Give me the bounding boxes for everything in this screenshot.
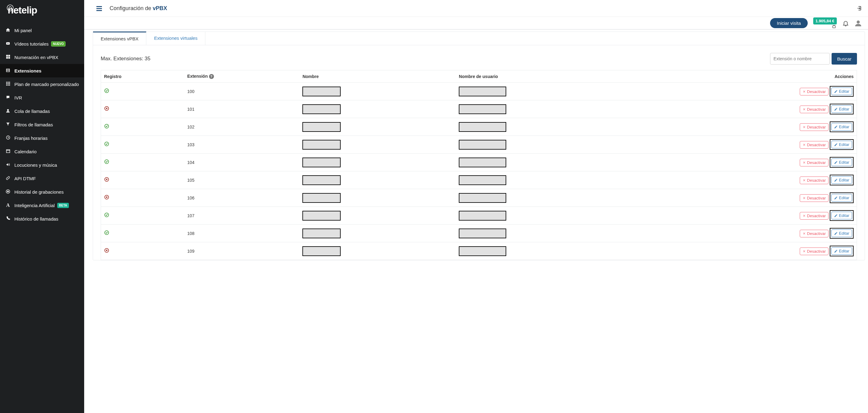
content: Extensiones vPBXExtensiones virtuales Ma… (84, 30, 868, 413)
redacted-username (459, 158, 506, 167)
sidebar-item-label: Numeración en vPBX (14, 55, 58, 60)
redacted-username (459, 87, 506, 96)
sidebar-item-plan-de-marcado-personalizado[interactable]: Plan de marcado personalizado (0, 77, 84, 91)
deactivate-button[interactable]: Desactivar (800, 177, 829, 184)
sidebar-item-label: Locuciones y música (14, 162, 57, 168)
sidebar-item-label: Inteligencia Artificial (14, 203, 55, 208)
status-ok-icon (104, 160, 109, 165)
status-ok-icon (104, 213, 109, 219)
page-title: Configuración de vPBX (110, 5, 167, 12)
link-icon (5, 176, 11, 181)
status-fail-icon (104, 195, 109, 201)
balance-wrap: 1.905,84 € (813, 18, 837, 29)
svg-rect-11 (6, 83, 7, 84)
edit-button[interactable]: Editar (831, 105, 852, 113)
sidebar-item-historial-de-grabaciones[interactable]: Historial de grabaciones (0, 185, 84, 198)
edit-button[interactable]: Editar (831, 194, 852, 201)
edit-button[interactable]: Editar (831, 158, 852, 166)
sidebar-item-api-dtmf[interactable]: API DTMF (0, 171, 84, 185)
ai-icon: A (5, 202, 11, 208)
grid2-icon (5, 82, 11, 87)
sidebar-item-label: Mi panel (14, 28, 32, 33)
youtube-icon (5, 41, 11, 46)
sidebar-nav: Mi panelVídeos tutorialesNUEVONumeración… (0, 24, 84, 225)
edit-group: Editar (830, 157, 854, 168)
refresh-balance-icon[interactable] (832, 24, 836, 29)
redacted-username (459, 175, 506, 185)
deactivate-button[interactable]: Desactivar (800, 88, 829, 95)
redacted-username (459, 193, 506, 203)
sidebar-item-numeraci-n-en-vpbx[interactable]: Numeración en vPBX (0, 51, 84, 64)
list-icon (5, 68, 11, 73)
sidebar-item-v-deos-tutoriales[interactable]: Vídeos tutorialesNUEVO (0, 37, 84, 51)
sidebar-item-franjas-horarias[interactable]: Franjas horarias (0, 131, 84, 145)
deactivate-button[interactable]: Desactivar (800, 248, 829, 255)
search-button[interactable]: Buscar (832, 53, 857, 65)
sidebar-item-label: Extensiones (14, 68, 41, 73)
deactivate-button[interactable]: Desactivar (800, 212, 829, 220)
table-row: 109 Desactivar Editar (101, 242, 857, 260)
sidebar-item-hist-rico-de-llamadas[interactable]: Histórico de llamadas (0, 212, 84, 225)
sidebar-item-extensiones[interactable]: Extensiones (0, 64, 84, 77)
sidebar-item-calendario[interactable]: Calendario (0, 145, 84, 158)
col-extensi-n: Extensión? (184, 70, 300, 83)
edit-group: Editar (830, 175, 854, 185)
notifications-icon[interactable] (842, 19, 849, 27)
sidebar-item-mi-panel[interactable]: Mi panel (0, 24, 84, 37)
col-acciones: Acciones (645, 70, 857, 83)
svg-rect-28 (833, 26, 836, 28)
extensions-card: Extensiones vPBXExtensiones virtuales Ma… (93, 32, 865, 260)
title-bold: vPBX (153, 5, 167, 11)
redacted-username (459, 211, 506, 221)
redacted-name (302, 104, 341, 114)
deactivate-button[interactable]: Desactivar (800, 141, 829, 149)
deactivate-button[interactable]: Desactivar (800, 194, 829, 202)
sidebar-item-label: Filtros de llamadas (14, 122, 53, 127)
search-input[interactable] (770, 53, 830, 65)
deactivate-button[interactable]: Desactivar (800, 105, 829, 113)
logout-icon[interactable] (855, 5, 862, 11)
sidebar-item-label: IVR (14, 95, 22, 100)
sidebar-item-inteligencia-artificial[interactable]: AInteligencia ArtificialBETA (0, 198, 84, 212)
menu-toggle-icon[interactable] (96, 4, 102, 12)
badge: NUEVO (51, 41, 66, 46)
sidebar-item-filtros-de-llamadas[interactable]: Filtros de llamadas (0, 118, 84, 131)
svg-rect-14 (6, 85, 7, 86)
svg-rect-10 (9, 82, 10, 83)
user-avatar-icon[interactable] (855, 19, 862, 27)
grid-icon (5, 55, 11, 60)
edit-group: Editar (830, 210, 854, 221)
start-visit-button[interactable]: Iniciar visita (770, 18, 807, 28)
redacted-name (302, 193, 341, 203)
edit-button[interactable]: Editar (831, 176, 852, 184)
tab-extensiones-vpbx[interactable]: Extensiones vPBX (93, 32, 146, 45)
edit-group: Editar (830, 228, 854, 239)
table-row: 108 Desactivar Editar (101, 225, 857, 242)
table-row: 100 Desactivar Editar (101, 83, 857, 100)
edit-button[interactable]: Editar (831, 229, 852, 237)
table-row: 105 Desactivar Editar (101, 171, 857, 189)
svg-rect-12 (7, 83, 8, 84)
svg-rect-13 (9, 83, 10, 84)
edit-button[interactable]: Editar (831, 212, 852, 219)
svg-rect-8 (6, 82, 7, 83)
table-row: 101 Desactivar Editar (101, 100, 857, 118)
table-row: 102 Desactivar Editar (101, 118, 857, 136)
ext-cell: 105 (184, 171, 300, 189)
ext-cell: 107 (184, 207, 300, 225)
help-icon[interactable]: ? (209, 74, 214, 79)
sidebar-item-locuciones-y-m-sica[interactable]: Locuciones y música (0, 158, 84, 171)
deactivate-button[interactable]: Desactivar (800, 159, 829, 166)
edit-button[interactable]: Editar (831, 88, 852, 95)
tab-extensiones-virtuales[interactable]: Extensiones virtuales (146, 32, 205, 45)
home-icon (5, 28, 11, 33)
deactivate-button[interactable]: Desactivar (800, 123, 829, 131)
volume-icon (5, 162, 11, 168)
edit-button[interactable]: Editar (831, 141, 852, 148)
sidebar-item-ivr[interactable]: IVR (0, 91, 84, 104)
sidebar-item-cola-de-llamadas[interactable]: Cola de llamadas (0, 104, 84, 118)
deactivate-button[interactable]: Desactivar (800, 230, 829, 237)
edit-button[interactable]: Editar (831, 123, 852, 131)
edit-button[interactable]: Editar (831, 247, 852, 255)
status-ok-icon (104, 231, 109, 236)
